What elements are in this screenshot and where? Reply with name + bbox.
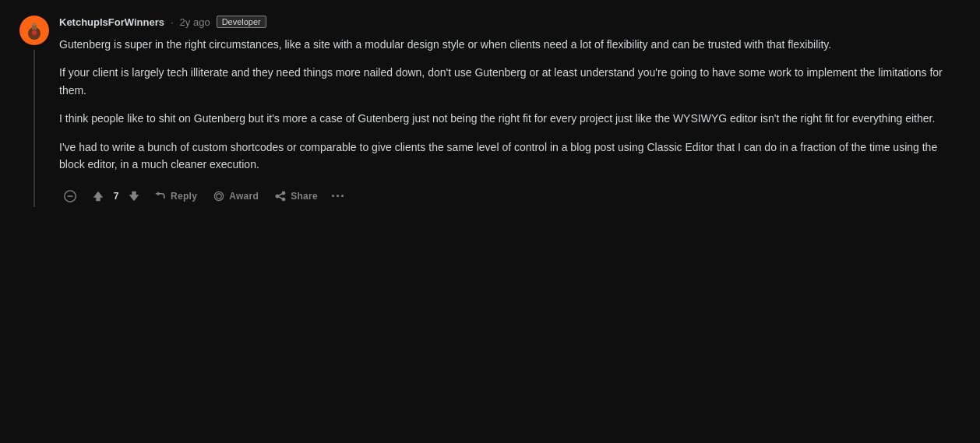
comment-container: KetchupIsForWinners · 2y ago Developer G… <box>19 16 961 207</box>
award-button[interactable]: Award <box>206 185 265 207</box>
share-icon <box>274 190 287 202</box>
svg-rect-2 <box>33 23 36 26</box>
avatar <box>19 16 49 45</box>
dots-icon: ··· <box>331 188 345 205</box>
thread-line <box>33 50 35 207</box>
comment-actions: 7 Reply <box>59 185 961 207</box>
svg-point-8 <box>217 194 221 199</box>
avatar-icon <box>23 19 45 41</box>
paragraph-2: If your client is largely tech illiterat… <box>59 64 961 99</box>
username[interactable]: KetchupIsForWinners <box>59 16 164 28</box>
share-button[interactable]: Share <box>268 185 324 207</box>
svg-rect-6 <box>67 196 72 197</box>
separator: · <box>171 16 174 28</box>
comment-body: Gutenberg is super in the right circumst… <box>59 36 961 173</box>
award-icon <box>213 190 225 202</box>
vote-count: 7 <box>111 191 122 202</box>
downvote-button[interactable] <box>123 185 145 207</box>
share-label: Share <box>291 191 318 202</box>
upvote-icon <box>91 189 105 203</box>
reply-label: Reply <box>171 191 197 202</box>
collapse-icon <box>63 189 77 203</box>
vote-section: 7 <box>87 185 145 207</box>
svg-point-7 <box>215 192 224 201</box>
svg-point-4 <box>32 30 37 35</box>
paragraph-3: I think people like to shit on Gutenberg… <box>59 110 961 127</box>
downvote-icon <box>127 189 141 203</box>
developer-badge: Developer <box>217 16 266 28</box>
reply-button[interactable]: Reply <box>148 185 203 207</box>
comment-header: KetchupIsForWinners · 2y ago Developer <box>59 16 961 28</box>
timestamp: 2y ago <box>180 16 210 28</box>
left-column <box>19 16 50 207</box>
paragraph-4: I've had to write a bunch of custom shor… <box>59 139 961 174</box>
right-column: KetchupIsForWinners · 2y ago Developer G… <box>59 16 961 207</box>
paragraph-1: Gutenberg is super in the right circumst… <box>59 36 961 53</box>
upvote-button[interactable] <box>87 185 109 207</box>
award-label: Award <box>229 191 259 202</box>
more-options-button[interactable]: ··· <box>327 185 349 207</box>
collapse-button[interactable] <box>59 185 81 207</box>
reply-icon <box>154 190 167 202</box>
